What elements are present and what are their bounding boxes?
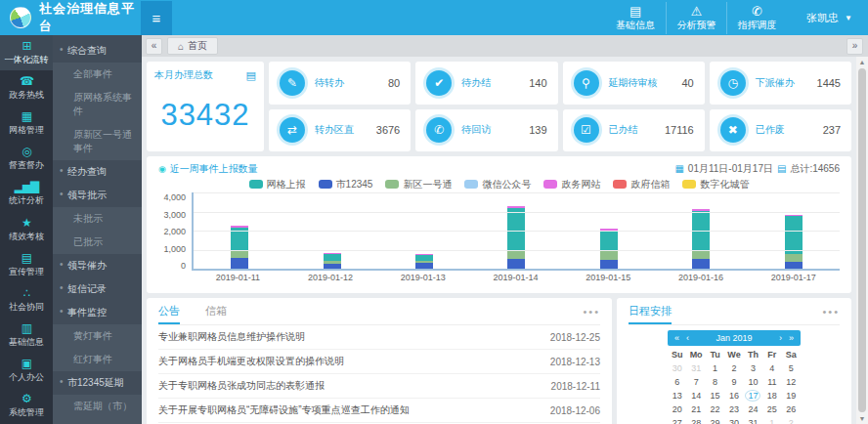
- legend-item-政务网站[interactable]: 政务网站: [543, 178, 600, 191]
- scrollbar-thumb[interactable]: [858, 68, 866, 412]
- calendar-day-29[interactable]: 29: [706, 416, 724, 424]
- calendar-day-9[interactable]: 9: [724, 375, 743, 389]
- header-nav-指挥调度[interactable]: ✆指挥调度: [726, 2, 787, 34]
- stat-card-已作废[interactable]: ✖已作废237: [710, 109, 851, 152]
- calendar-day-7[interactable]: 7: [686, 375, 705, 389]
- scroll-up-arrow[interactable]: ▲: [859, 57, 866, 67]
- calendar-day-6[interactable]: 6: [668, 375, 686, 389]
- calendar-day-1[interactable]: 1: [762, 416, 781, 424]
- header-nav-基础信息[interactable]: ▤基础信息: [605, 2, 666, 34]
- calendar-day-8[interactable]: 8: [706, 375, 724, 389]
- legend-item-政府信箱[interactable]: 政府信箱: [613, 178, 670, 191]
- announcement-row[interactable]: 关于网格员手机端更改权限设置的操作说明2018-12-13: [158, 350, 600, 374]
- sidebar-submenu-item-市12345延期[interactable]: 市12345延期: [53, 371, 142, 395]
- calendar-day-12[interactable]: 12: [782, 375, 801, 389]
- calendar-day-15[interactable]: 15: [706, 389, 724, 403]
- stat-card-已办结[interactable]: ☑已办结17116: [563, 109, 705, 152]
- tab-信箱[interactable]: 信箱: [205, 298, 227, 324]
- legend-item-数字化城管[interactable]: 数字化城管: [682, 178, 749, 191]
- tab-schedule[interactable]: 日程安排: [629, 298, 672, 324]
- sidebar-submenu-item-申请中（市）[interactable]: 申请中（市）: [53, 418, 142, 424]
- calendar-day-31[interactable]: 31: [686, 361, 705, 375]
- sidebar-submenu-item-未批示[interactable]: 未批示: [53, 207, 142, 231]
- stat-card-待转办[interactable]: ✎待转办80: [269, 62, 411, 105]
- sidebar-submenu-item-红灯事件[interactable]: 红灯事件: [53, 348, 142, 371]
- sidebar-module-政务热线[interactable]: ☎政务热线: [0, 70, 53, 106]
- menu-toggle-button[interactable]: ≡: [141, 1, 172, 35]
- calendar-day-25[interactable]: 25: [762, 403, 781, 416]
- calendar-day-20[interactable]: 20: [668, 403, 686, 416]
- calendar-day-22[interactable]: 22: [706, 403, 724, 416]
- legend-item-微信公众号[interactable]: 微信公众号: [464, 178, 531, 191]
- calendar-day-28[interactable]: 28: [686, 416, 705, 424]
- sidebar-submenu-item-事件监控[interactable]: 事件监控: [53, 301, 142, 324]
- calendar-day-31[interactable]: 31: [744, 416, 762, 424]
- calendar-day-18[interactable]: 18: [762, 389, 781, 403]
- sidebar-module-网格管理[interactable]: ▦网格管理: [0, 106, 53, 141]
- sidebar-module-统计分析[interactable]: ▂▅▇统计分析: [0, 177, 53, 212]
- announcement-row[interactable]: 关于专职网格员张成功同志的表彰通报2018-12-11: [158, 374, 600, 399]
- calendar-day-24[interactable]: 24: [744, 403, 762, 416]
- sidebar-module-个人办公[interactable]: ▣个人办公: [0, 354, 53, 389]
- calendar-day-16[interactable]: 16: [724, 389, 743, 403]
- sidebar-module-绩效考核[interactable]: ★绩效考核: [0, 212, 53, 247]
- tab-home[interactable]: ⌂ 首页: [167, 37, 218, 55]
- collapse-tabs-button[interactable]: «: [146, 38, 162, 55]
- calendar-day-2[interactable]: 2: [724, 361, 743, 375]
- stat-card-延期待审核[interactable]: ⚲延期待审核40: [563, 62, 705, 105]
- sidebar-submenu-item-原网格系统事件[interactable]: 原网格系统事件: [53, 86, 142, 123]
- sidebar-submenu-item-短信记录[interactable]: 短信记录: [53, 277, 142, 301]
- calendar-day-1[interactable]: 1: [706, 361, 724, 375]
- calendar-day-26[interactable]: 26: [782, 403, 801, 416]
- more-menu-icon[interactable]: •••: [822, 306, 840, 318]
- sidebar-submenu-item-黄灯事件[interactable]: 黄灯事件: [53, 324, 142, 348]
- sidebar-module-督查督办[interactable]: ◎督查督办: [0, 142, 53, 177]
- more-menu-icon[interactable]: •••: [583, 306, 600, 318]
- sidebar-module-社会协同[interactable]: ∴社会协同: [0, 282, 53, 318]
- announcement-row[interactable]: 关于开展专职网格员“无障碍设施”专项重点巡查工作的通知2018-12-06: [158, 399, 600, 423]
- sidebar-submenu-item-领导批示[interactable]: 领导批示: [53, 184, 142, 207]
- calendar-day-3[interactable]: 3: [744, 361, 762, 375]
- sidebar-module-一体化流转[interactable]: ⊞一体化流转: [0, 35, 53, 70]
- stat-card-下派催办[interactable]: ◷下派催办1445: [710, 62, 851, 105]
- sidebar-submenu-item-已批示[interactable]: 已批示: [53, 231, 142, 254]
- stat-card-待回访[interactable]: ✆待回访139: [415, 109, 557, 152]
- calendar-day-14[interactable]: 14: [686, 389, 705, 403]
- header-nav-分析预警[interactable]: ⚠分析预警: [666, 2, 726, 34]
- legend-item-网格上报[interactable]: 网格上报: [249, 178, 306, 191]
- calendar-day-27[interactable]: 27: [668, 416, 686, 424]
- stat-card-待办结[interactable]: ✔待办结140: [415, 62, 557, 105]
- calendar-day-19[interactable]: 19: [782, 389, 801, 403]
- expand-tabs-button[interactable]: »: [846, 38, 863, 55]
- calendar-day-10[interactable]: 10: [744, 375, 762, 389]
- sidebar-module-宣传管理[interactable]: ▤宣传管理: [0, 247, 53, 282]
- calendar-day-30[interactable]: 30: [668, 361, 686, 375]
- calendar-day-4[interactable]: 4: [762, 361, 781, 375]
- prev-month-button[interactable]: ‹: [686, 333, 689, 343]
- sidebar-module-基础信息[interactable]: ▥基础信息: [0, 318, 53, 354]
- calendar-day-5[interactable]: 5: [782, 361, 801, 375]
- sidebar-module-系统管理[interactable]: ⚙系统管理: [0, 389, 53, 424]
- next-month-button[interactable]: ›: [779, 333, 782, 343]
- document-icon[interactable]: ▤: [246, 69, 256, 82]
- sidebar-submenu-item-经办查询[interactable]: 经办查询: [53, 160, 142, 184]
- scroll-down-arrow[interactable]: ▼: [859, 413, 866, 424]
- calendar-day-17[interactable]: 17: [744, 389, 762, 403]
- sidebar-submenu-item-需延期（市）[interactable]: 需延期（市）: [53, 395, 142, 418]
- prev-year-button[interactable]: «: [674, 333, 679, 343]
- sidebar-submenu-item-综合查询[interactable]: 综合查询: [53, 39, 142, 63]
- next-year-button[interactable]: »: [789, 333, 794, 343]
- legend-item-新区一号通[interactable]: 新区一号通: [385, 178, 452, 191]
- calendar-day-30[interactable]: 30: [724, 416, 743, 424]
- calendar-day-21[interactable]: 21: [686, 403, 705, 416]
- user-menu[interactable]: 张凯忠 ▼: [806, 11, 852, 25]
- legend-item-市12345[interactable]: 市12345: [319, 178, 373, 191]
- announcement-row[interactable]: 专业兼职网格员信息维护操作说明2018-12-25: [158, 325, 600, 350]
- sidebar-submenu-item-全部事件[interactable]: 全部事件: [53, 63, 142, 86]
- tab-公告[interactable]: 公告: [158, 298, 180, 324]
- sidebar-submenu-item-原新区一号通事件[interactable]: 原新区一号通事件: [53, 123, 142, 160]
- calendar-day-2[interactable]: 2: [782, 416, 801, 424]
- calendar-day-13[interactable]: 13: [668, 389, 686, 403]
- calendar-day-23[interactable]: 23: [724, 403, 743, 416]
- stat-card-转办区直[interactable]: ⇄转办区直3676: [269, 109, 411, 152]
